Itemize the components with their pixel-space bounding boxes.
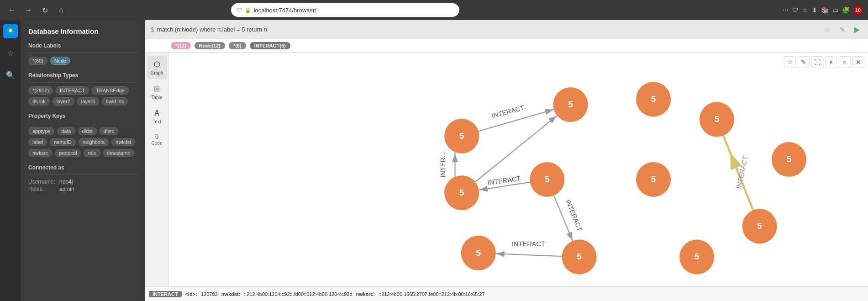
prop-label[interactable]: label [28,138,47,146]
connected-as-section: Connected as Username: neo4j Roles: admi… [28,164,137,192]
run-query-btn[interactable]: ▶ [852,24,863,35]
svg-text:5: 5 [545,174,550,184]
graph-canvas[interactable]: ☆ ✎ ⛶ ∧ ○ ✕ [169,53,868,286]
nwklink-rel-tag[interactable]: nwkLink [102,97,128,106]
svg-text:5: 5 [459,188,464,197]
pin-query-btn[interactable]: ✎ [837,24,848,35]
back-button[interactable]: ← [5,4,18,16]
main-content: $ ☆ ✎ ▶ *(12) Node(12) *(6) INTERACT(6) … [145,20,868,301]
prop-dldst[interactable]: dldst [78,127,97,135]
forward-button[interactable]: → [22,4,35,16]
node-label-tag[interactable]: Node [50,57,70,65]
home-button[interactable]: ⌂ [55,4,68,16]
graph-up-btn[interactable]: ∧ [825,56,837,68]
prop-role[interactable]: role [84,149,100,157]
code-tab-label: Code [152,141,163,146]
status-nwkdst-label: nwkdst: [221,291,241,297]
star-nav-icon[interactable]: ☆ [3,46,18,60]
side-tabs: ⬡ Graph ⊞ Table A Text {} Code [145,53,169,286]
roles-row: Roles: admin [28,186,137,192]
extensions2-icon[interactable]: 🧩 [842,6,850,14]
prop-nameid[interactable]: nameID [50,138,76,146]
node-n2[interactable]: 5 [444,175,479,210]
tab-table[interactable]: ⊞ Table [147,81,167,104]
neo4j-logo[interactable] [3,24,18,38]
browser-chrome: ← → ↻ ⌂ 🛡 🔒 localhost:7474/browser/ ⋯ 🛡 … [0,0,868,20]
node-n12[interactable]: 5 [679,240,714,275]
node-n10[interactable]: 5 [461,236,496,270]
rels-count-tag[interactable]: *(6) [229,42,246,49]
graph-pin-btn[interactable]: ✎ [798,56,810,68]
query-input[interactable] [157,26,822,33]
search-nav-icon[interactable]: 🔍 [3,68,18,82]
node-n8[interactable]: 5 [772,142,806,177]
svg-text:5: 5 [694,252,700,261]
left-panel: Database Information Node Labels *(60) N… [21,20,145,301]
node-n5[interactable]: 5 [530,162,564,197]
svg-text:5: 5 [459,131,464,141]
prop-nwkdst[interactable]: nwkdst [111,138,135,146]
code-tab-icon: {} [155,133,158,139]
transedge-rel-tag[interactable]: TRANSEdge [92,86,129,95]
windows-icon[interactable]: ▭ [832,6,838,14]
graph-area: ⬡ Graph ⊞ Table A Text {} Code [145,53,868,286]
svg-text:5: 5 [476,248,481,258]
prop-data[interactable]: data [57,127,75,135]
node-n6[interactable]: 5 [636,162,671,197]
username-row: Username: neo4j [28,179,137,185]
profile-icon[interactable]: 10 [853,5,863,15]
graph-tab-icon: ⬡ [154,60,160,69]
interact-type-tag[interactable]: INTERACT(6) [250,42,290,49]
tab-text[interactable]: A Text [147,106,167,128]
prop-timestamp[interactable]: timestamp [103,149,135,157]
node-n9[interactable]: 5 [742,209,777,243]
status-id-value: 120783 [201,291,218,297]
username-label: Username: [28,179,56,185]
layer3-rel-tag[interactable]: layer3 [77,97,99,106]
text-tab-icon: A [154,109,160,117]
status-nwksrc-label: nwksrc: [356,291,375,297]
interact-rel-tag[interactable]: INTERACT [56,86,89,95]
download-icon[interactable]: ⬇ [812,6,817,14]
refresh-button[interactable]: ↻ [38,4,51,16]
prop-neighbors[interactable]: neighbors [79,138,109,146]
graph-search-btn[interactable]: ○ [839,56,851,68]
node-n1[interactable]: 5 [444,119,479,153]
library-icon[interactable]: 📚 [821,6,829,14]
prop-dlsrc[interactable]: dlsrc [100,127,118,135]
roles-label: Roles: [28,186,56,192]
prop-apptype[interactable]: apptype [28,127,54,135]
tab-graph[interactable]: ⬡ Graph [147,56,167,79]
url-text: localhost:7474/browser/ [254,7,454,14]
graph-close-btn[interactable]: ✕ [852,56,864,68]
edge-label-n2-n1: INTER... [439,152,447,178]
query-bar: $ ☆ ✎ ▶ [145,20,868,39]
svg-text:5: 5 [757,221,762,231]
node-count-tag[interactable]: *(60) [28,57,47,65]
tab-code[interactable]: {} Code [147,130,167,149]
prop-protocol[interactable]: protocol [55,149,81,157]
svg-text:5: 5 [787,154,792,164]
pocket-icon[interactable]: 🛡 [792,6,799,14]
nodes-count-tag[interactable]: *(12) [171,42,191,49]
node-n4[interactable]: 5 [636,82,671,116]
address-bar[interactable]: 🛡 🔒 localhost:7474/browser/ [231,3,459,17]
node-n7[interactable]: 5 [700,102,734,137]
bookmark-icon[interactable]: ☆ [802,6,808,14]
table-tab-icon: ⊞ [154,84,160,93]
dllink-rel-tag[interactable]: dlLink [28,97,50,106]
node-n11[interactable]: 5 [562,240,597,275]
prop-nwksrc[interactable]: nwksrc [28,149,52,157]
status-id-label: <id>: [185,291,197,297]
edge-label-n11-n10: INTERACT [512,240,545,248]
star-query-btn[interactable]: ☆ [822,24,833,35]
graph-star-btn[interactable]: ☆ [784,56,796,68]
query-action-bar: ☆ ✎ ▶ [822,24,863,35]
extensions-icon[interactable]: ⋯ [782,6,789,14]
node-type-tag[interactable]: Node(12) [195,42,225,49]
node-n3[interactable]: 5 [553,87,588,122]
roles-value: admin [59,186,74,192]
graph-expand-btn[interactable]: ⛶ [811,56,823,68]
rel-count-tag[interactable]: *(2912) [28,86,53,95]
layer2-rel-tag[interactable]: layer2 [53,97,74,106]
